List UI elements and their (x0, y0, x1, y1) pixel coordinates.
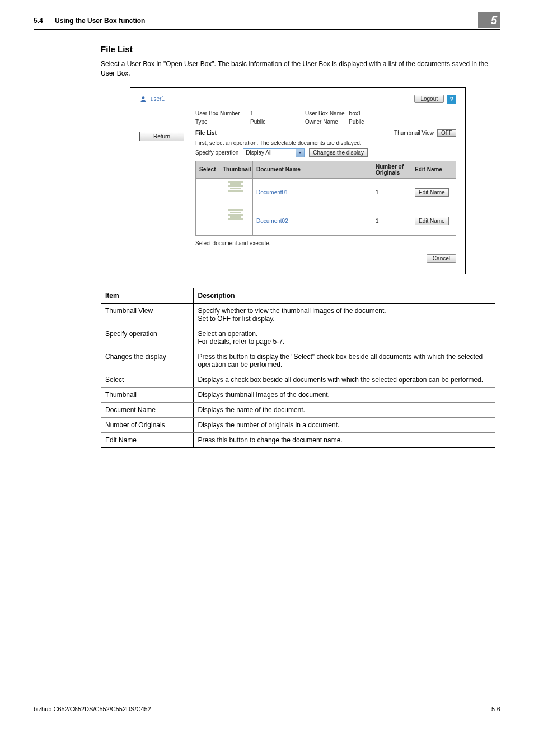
document-name-link[interactable]: Document01 (256, 189, 288, 195)
desc-row: Document NameDisplays the name of the do… (101, 402, 495, 417)
user-icon (139, 95, 147, 103)
desc-item: Number of Originals (101, 417, 193, 432)
page-footer: bizhub C652/C652DS/C552/C552DS/C452 5-6 (34, 703, 500, 712)
desc-text: Press this button to display the "Select… (193, 349, 495, 372)
desc-head-item: Item (101, 288, 193, 303)
thumbnail-image (223, 209, 249, 233)
boxname-value: box1 (349, 110, 400, 116)
desc-item: Document Name (101, 402, 193, 417)
file-list-label: File List (195, 130, 217, 136)
col-edit-name: Edit Name (411, 161, 456, 178)
edit-name-button[interactable]: Edit Name (415, 188, 449, 197)
first-select-note: First, select an operation. The selectab… (195, 140, 456, 146)
boxnum-value: 1 (250, 110, 301, 116)
col-thumbnail: Thumbnail (219, 161, 253, 178)
section-number: 5.4 (34, 17, 43, 25)
heading-file-list: File List (101, 44, 495, 54)
thumbnail-image (223, 181, 249, 204)
desc-item: Select (101, 372, 193, 387)
footer-page: 5-6 (491, 706, 500, 712)
desc-item: Edit Name (101, 432, 193, 447)
boxnum-label: User Box Number (195, 110, 246, 116)
select-execute-note: Select document and execute. (195, 240, 456, 246)
specify-operation-label: Specify operation (195, 150, 238, 156)
desc-item: Specify operation (101, 326, 193, 349)
specify-operation-select[interactable]: Display All (243, 148, 305, 157)
col-num-originals: Number of Originals (372, 161, 411, 178)
desc-text: Displays a check box beside all document… (193, 372, 495, 387)
intro-paragraph: Select a User Box in "Open User Box". Th… (101, 59, 495, 78)
desc-text: Specify whether to view the thumbnail im… (193, 303, 495, 326)
desc-item: Thumbnail (101, 387, 193, 402)
documents-table: Select Thumbnail Document Name Number of… (195, 161, 456, 236)
desc-row: Edit NamePress this button to change the… (101, 432, 495, 447)
desc-row: Thumbnail ViewSpecify whether to view th… (101, 303, 495, 326)
help-icon[interactable]: ? (447, 95, 456, 104)
running-header: 5.4 Using the User Box function 5 (34, 17, 500, 30)
thumbnail-view-label: Thumbnail View (394, 130, 434, 136)
footer-model: bizhub C652/C652DS/C552/C552DS/C452 (34, 706, 151, 712)
desc-head-description: Description (193, 288, 495, 303)
desc-item: Thumbnail View (101, 303, 193, 326)
table-row: Document01 1 Edit Name (196, 178, 456, 207)
table-row: Document02 1 Edit Name (196, 207, 456, 235)
boxname-label: User Box Name (305, 110, 345, 116)
document-name-link[interactable]: Document02 (256, 218, 288, 224)
chapter-badge: 5 (478, 12, 500, 28)
desc-row: ThumbnailDisplays thumbnail images of th… (101, 387, 495, 402)
desc-text: Press this button to change the document… (193, 432, 495, 447)
desc-text: Displays the name of the document. (193, 402, 495, 417)
owner-label: Owner Name (305, 119, 344, 125)
cancel-button[interactable]: Cancel (427, 254, 456, 263)
desc-row: SelectDisplays a check box beside all do… (101, 372, 495, 387)
num-originals-value: 1 (372, 178, 411, 207)
col-document-name: Document Name (253, 161, 372, 178)
desc-item: Changes the display (101, 349, 193, 372)
changes-display-button[interactable]: Changes the display (309, 148, 368, 157)
desc-text: Displays thumbnail images of the documen… (193, 387, 495, 402)
owner-value: Public (349, 119, 399, 125)
desc-text: Select an operation. For details, refer … (193, 326, 495, 349)
section-title: Using the User Box function (55, 17, 145, 25)
logout-button[interactable]: Logout (414, 95, 444, 103)
section-header: 5.4 Using the User Box function (34, 17, 478, 25)
thumbnail-view-toggle[interactable]: OFF (437, 129, 456, 137)
return-button[interactable]: Return (139, 132, 184, 141)
table-header-row: Select Thumbnail Document Name Number of… (196, 161, 456, 178)
username-label: user1 (151, 96, 165, 102)
num-originals-value: 1 (372, 207, 411, 235)
screenshot-panel: user1 Logout ? Return User Box Number 1 … (130, 87, 466, 274)
type-value: Public (250, 119, 301, 125)
col-select: Select (196, 161, 219, 178)
desc-text: Displays the number of originals in a do… (193, 417, 495, 432)
specify-operation-value: Display All (246, 150, 271, 156)
edit-name-button[interactable]: Edit Name (415, 217, 449, 225)
description-table: Item Description Thumbnail ViewSpecify w… (101, 288, 495, 448)
svg-point-0 (142, 96, 145, 99)
desc-row: Specify operationSelect an operation. Fo… (101, 326, 495, 349)
chevron-down-icon (298, 152, 302, 154)
desc-row: Number of OriginalsDisplays the number o… (101, 417, 495, 432)
type-label: Type (195, 119, 246, 125)
desc-row: Changes the displayPress this button to … (101, 349, 495, 372)
